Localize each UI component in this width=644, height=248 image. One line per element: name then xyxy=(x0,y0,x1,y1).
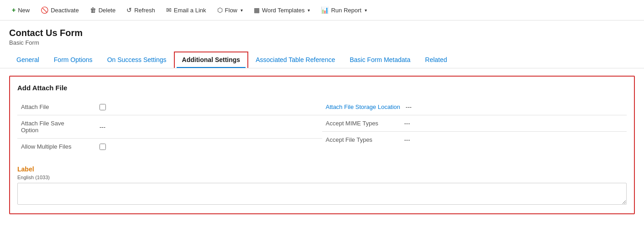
flow-button[interactable]: ⬡ Flow ▾ xyxy=(213,4,247,16)
accept-file-types-value: --- xyxy=(404,136,410,143)
accept-file-types-label: Accept File Types xyxy=(326,136,399,143)
word-templates-button[interactable]: ▦ Word Templates ▾ xyxy=(249,4,314,16)
refresh-label: Refresh xyxy=(134,7,155,14)
word-templates-icon: ▦ xyxy=(254,6,260,14)
allow-multiple-files-label: Allow Multiple Files xyxy=(21,143,94,150)
new-label: New xyxy=(18,7,30,14)
field-row-accept-mime-types: Accept MIME Types --- xyxy=(322,115,627,132)
right-column: Attach File Storage Location --- Accept … xyxy=(322,99,627,155)
delete-label: Delete xyxy=(99,7,116,14)
tab-on-success-settings[interactable]: On Success Settings xyxy=(100,52,174,68)
field-row-attach-file-save-option: Attach File SaveOption --- xyxy=(17,115,322,139)
email-icon: ✉ xyxy=(166,6,172,14)
field-row-accept-file-types: Accept File Types --- xyxy=(322,132,627,148)
attach-file-storage-location-value: --- xyxy=(406,103,412,110)
form-subtitle: Basic Form xyxy=(9,39,635,46)
attach-file-label: Attach File xyxy=(21,103,94,110)
word-templates-chevron-icon: ▾ xyxy=(308,8,310,13)
left-column: Attach File Attach File SaveOption --- A… xyxy=(17,99,322,155)
form-header: Contact Us Form Basic Form xyxy=(0,21,644,46)
label-textarea[interactable] xyxy=(17,183,627,205)
deactivate-button[interactable]: 🚫 Deactivate xyxy=(36,4,83,16)
field-row-attach-file-storage-location: Attach File Storage Location --- xyxy=(322,99,627,115)
label-heading: Label xyxy=(17,165,627,173)
flow-chevron-icon: ▾ xyxy=(241,8,243,13)
new-icon: + xyxy=(12,6,16,14)
attach-file-storage-location-label: Attach File Storage Location xyxy=(326,103,400,110)
add-attach-file-section: Add Attach File Attach File Attach File … xyxy=(9,76,635,214)
deactivate-label: Deactivate xyxy=(51,7,79,14)
deactivate-icon: 🚫 xyxy=(41,6,48,14)
label-section: Label English (1033) xyxy=(17,162,627,206)
new-button[interactable]: + New xyxy=(7,4,34,16)
refresh-icon: ↺ xyxy=(126,6,132,14)
toolbar: + New 🚫 Deactivate 🗑 Delete ↺ Refresh ✉ … xyxy=(0,0,644,21)
flow-label: Flow xyxy=(225,7,237,14)
attach-file-save-option-value: --- xyxy=(99,124,105,130)
run-report-button[interactable]: 📊 Run Report ▾ xyxy=(316,4,371,16)
allow-multiple-files-checkbox[interactable] xyxy=(99,144,106,150)
tabs-bar: General Form Options On Success Settings… xyxy=(0,46,644,68)
attach-file-checkbox[interactable] xyxy=(99,104,106,110)
fields-grid: Attach File Attach File SaveOption --- A… xyxy=(17,99,627,155)
run-report-icon: 📊 xyxy=(321,6,329,14)
accept-mime-types-value: --- xyxy=(404,120,410,127)
section-title: Add Attach File xyxy=(17,84,627,92)
tab-related[interactable]: Related xyxy=(418,52,454,68)
label-sublabel: English (1033) xyxy=(17,175,627,180)
form-title: Contact Us Form xyxy=(9,28,635,38)
tab-basic-form-metadata[interactable]: Basic Form Metadata xyxy=(342,52,418,68)
word-templates-label: Word Templates xyxy=(262,7,304,14)
delete-button[interactable]: 🗑 Delete xyxy=(85,4,120,16)
tab-additional-settings[interactable]: Additional Settings xyxy=(174,52,249,68)
field-row-allow-multiple-files: Allow Multiple Files xyxy=(17,139,322,155)
run-report-label: Run Report xyxy=(331,7,361,14)
run-report-chevron-icon: ▾ xyxy=(365,8,367,13)
refresh-button[interactable]: ↺ Refresh xyxy=(122,4,160,16)
tab-associated-table-reference[interactable]: Associated Table Reference xyxy=(248,52,342,68)
main-content: Add Attach File Attach File Attach File … xyxy=(0,68,644,222)
flow-icon: ⬡ xyxy=(217,6,223,14)
tab-general[interactable]: General xyxy=(9,52,47,68)
tab-form-options[interactable]: Form Options xyxy=(47,52,100,68)
attach-file-save-option-label: Attach File SaveOption xyxy=(21,120,94,134)
email-link-label: Email a Link xyxy=(174,7,206,14)
field-row-attach-file: Attach File xyxy=(17,99,322,115)
delete-icon: 🗑 xyxy=(90,6,96,14)
accept-mime-types-label: Accept MIME Types xyxy=(326,120,399,127)
email-link-button[interactable]: ✉ Email a Link xyxy=(162,4,211,16)
